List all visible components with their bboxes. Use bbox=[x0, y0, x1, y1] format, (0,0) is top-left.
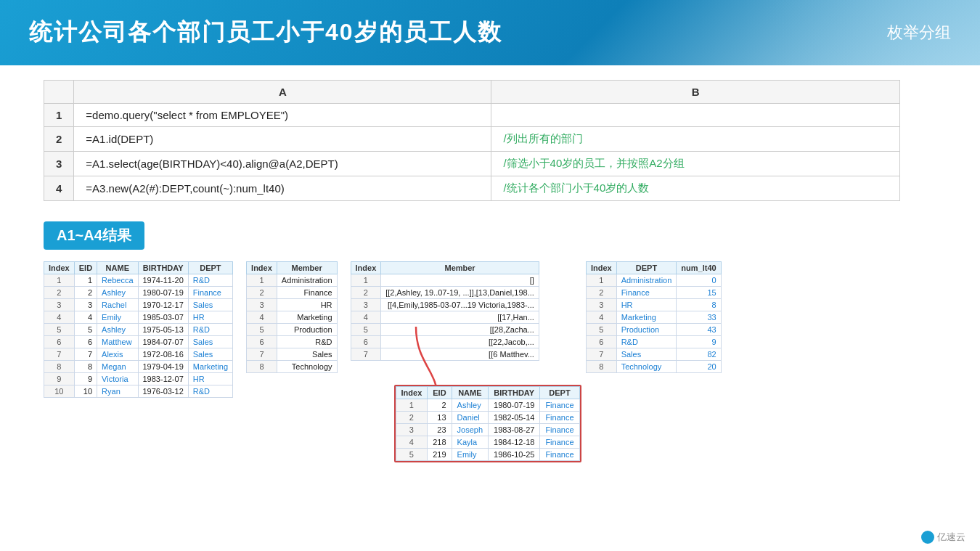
table-row: 4Marketing33 bbox=[586, 311, 721, 324]
table-cell: [[4,Emily,1985-03-07...19 Victoria,1983-… bbox=[381, 299, 539, 311]
table-header: Member bbox=[277, 262, 337, 274]
table-row: 88Megan1979-04-19Marketing bbox=[44, 361, 233, 373]
header-tag: 枚举分组 bbox=[887, 22, 951, 44]
table-row: 12Ashley1980-07-19Finance bbox=[396, 399, 579, 412]
table-cell: R&D bbox=[188, 385, 232, 398]
table-row: 1Administration0 bbox=[586, 274, 721, 287]
table-cell: 4 bbox=[74, 311, 97, 324]
formula-cell: =A3.new(A2(#):DEPT,count(~):num_lt40) bbox=[74, 176, 491, 201]
table-cell: [[6 Matthev... bbox=[381, 348, 539, 361]
table-cell: [[28,Zacha... bbox=[381, 324, 539, 336]
table-cell: 6 bbox=[74, 336, 97, 348]
table-cell: Finance bbox=[188, 287, 232, 299]
table-cell: 4 bbox=[247, 311, 277, 324]
table-row: 7Sales bbox=[247, 348, 337, 361]
table-cell: Emily bbox=[452, 449, 488, 461]
table-cell: 4 bbox=[586, 311, 616, 324]
a3-table: IndexMember 1[]2[[2,Ashley, 19..07-19, .… bbox=[351, 261, 539, 361]
table-cell: Joseph bbox=[452, 424, 488, 436]
table-cell: 7 bbox=[44, 348, 75, 361]
table-header: BIRTHDAY bbox=[489, 387, 540, 399]
table-cell: Sales bbox=[188, 348, 232, 361]
table-cell: Finance bbox=[540, 399, 579, 412]
table-cell: HR bbox=[277, 299, 337, 311]
table-cell: 2 bbox=[586, 287, 616, 299]
table-cell: 13 bbox=[428, 412, 452, 424]
table-cell: 1974-11-20 bbox=[138, 274, 188, 287]
table-cell: 82 bbox=[677, 348, 721, 361]
table-cell: 6 bbox=[247, 336, 277, 348]
table-cell: [[17,Han... bbox=[381, 311, 539, 324]
table-header: DEPT bbox=[188, 262, 232, 274]
table-cell: Rebecca bbox=[97, 274, 138, 287]
table-header: Index bbox=[396, 387, 428, 399]
table-cell: 1980-07-19 bbox=[138, 287, 188, 299]
table-row: 11Rebecca1974-11-20R&D bbox=[44, 274, 233, 287]
table-row: 4[[17,Han... bbox=[351, 311, 539, 324]
table-header: Index bbox=[44, 262, 75, 274]
table-cell: 1983-12-07 bbox=[138, 373, 188, 385]
table-cell: 8 bbox=[44, 361, 75, 373]
table-cell: R&D bbox=[277, 336, 337, 348]
table-cell: 5 bbox=[74, 324, 97, 336]
table-cell: 9 bbox=[74, 373, 97, 385]
table-cell: 1979-04-19 bbox=[138, 361, 188, 373]
table-cell: 1975-05-13 bbox=[138, 324, 188, 336]
table-cell: Sales bbox=[277, 348, 337, 361]
table-row: 4218Kayla1984-12-18Finance bbox=[396, 436, 579, 449]
formula-row-num: 1 bbox=[44, 104, 74, 127]
table-header: NAME bbox=[97, 262, 138, 274]
table-cell: Ashley bbox=[452, 399, 488, 412]
table-row: 6[[22,Jacob,... bbox=[351, 336, 539, 348]
table-cell: Marketing bbox=[277, 311, 337, 324]
table-row: 5219Emily1986-10-25Finance bbox=[396, 449, 579, 461]
table-row: 3HR bbox=[247, 299, 337, 311]
table-cell: Finance bbox=[540, 449, 579, 461]
table-row: 1010Ryan1976-03-12R&D bbox=[44, 385, 233, 398]
table-cell: 7 bbox=[586, 348, 616, 361]
table-row: 66Matthew1984-07-07Sales bbox=[44, 336, 233, 348]
table-header: Index bbox=[586, 262, 616, 274]
table-cell: 4 bbox=[396, 436, 428, 449]
table-header: BIRTHDAY bbox=[138, 262, 188, 274]
table-row: 1[] bbox=[351, 274, 539, 287]
table-cell: [[2,Ashley, 19..07-19, ...]],[13,Daniel,… bbox=[381, 287, 539, 299]
table-cell: Sales bbox=[188, 336, 232, 348]
table-cell: 1 bbox=[396, 399, 428, 412]
table-row: 6R&D bbox=[247, 336, 337, 348]
table-cell: Daniel bbox=[452, 412, 488, 424]
result-label: A1~A4结果 bbox=[44, 221, 144, 250]
table-cell: 8 bbox=[586, 361, 616, 373]
table-header: num_lt40 bbox=[677, 262, 721, 274]
table-cell: 3 bbox=[586, 299, 616, 311]
formula-row-num: 4 bbox=[44, 176, 74, 201]
table-row: 3[[4,Emily,1985-03-07...19 Victoria,1983… bbox=[351, 299, 539, 311]
table-header: Index bbox=[247, 262, 277, 274]
table-cell: 1 bbox=[74, 274, 97, 287]
table-cell: Administration bbox=[616, 274, 677, 287]
table-cell: 1983-08-27 bbox=[489, 424, 540, 436]
table-cell: 7 bbox=[74, 348, 97, 361]
table-cell: 3 bbox=[396, 424, 428, 436]
header: 统计公司各个部门员工小于40岁的员工人数 枚举分组 bbox=[0, 0, 980, 65]
table-header: Member bbox=[381, 262, 539, 274]
table-cell: Emily bbox=[97, 311, 138, 324]
table-cell: 4 bbox=[44, 311, 75, 324]
table-cell: 5 bbox=[247, 324, 277, 336]
table-cell: Sales bbox=[616, 348, 677, 361]
table-header: EID bbox=[74, 262, 97, 274]
table-cell: Ryan bbox=[97, 385, 138, 398]
table-row: 99Victoria1983-12-07HR bbox=[44, 373, 233, 385]
main-content: A B 1=demo.query("select * from EMPLOYEE… bbox=[0, 65, 980, 405]
table-cell: 8 bbox=[74, 361, 97, 373]
logo-text: 亿速云 bbox=[937, 531, 965, 544]
table-cell: Finance bbox=[540, 412, 579, 424]
table-cell: 1980-07-19 bbox=[489, 399, 540, 412]
table-cell: 6 bbox=[44, 336, 75, 348]
table-cell: 1 bbox=[351, 274, 381, 287]
table-cell: Finance bbox=[540, 436, 579, 449]
table-cell: 7 bbox=[351, 348, 381, 361]
a2-table-wrap: IndexMember 1Administration2Finance3HR4M… bbox=[246, 261, 337, 373]
table-cell: 1986-10-25 bbox=[489, 449, 540, 461]
table-cell: Finance bbox=[277, 287, 337, 299]
